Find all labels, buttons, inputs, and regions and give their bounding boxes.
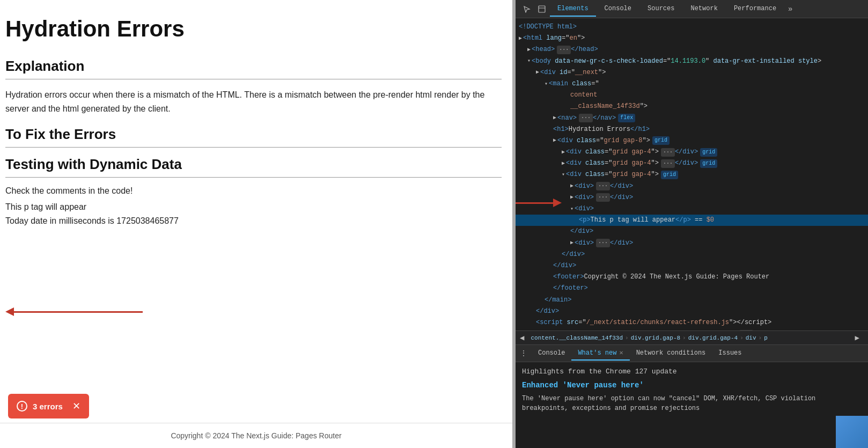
html-line-grid1: ▶<div class="grid gap-8">grid: [516, 135, 868, 146]
console-content-area: Highlights from the Chrome 127 update En…: [516, 362, 868, 448]
error-bar-close-button[interactable]: ✕: [72, 400, 80, 412]
html-line-p-selected[interactable]: <p>This p tag will appear</p> == $0: [516, 215, 868, 226]
bottom-tab-console[interactable]: Console: [532, 347, 571, 361]
bottom-tabs-bar: ⋮ Console What's new ✕ Network condition…: [516, 345, 868, 362]
testing-heading: Testing with Dynamic Data: [5, 156, 502, 178]
tab-console[interactable]: Console: [597, 2, 639, 17]
html-line-div2: ▶<div>···</div>: [516, 192, 868, 203]
html-line-div1: ▶<div>···</div>: [516, 181, 868, 192]
html-line-html: ▶<html lang="en">: [516, 33, 868, 44]
bottom-tab-network-conditions[interactable]: Network conditions: [630, 347, 712, 361]
whats-new-description: The 'Never pause here' option can now "c…: [522, 394, 862, 413]
html-line-close-div2: </div>: [516, 249, 868, 260]
svg-rect-0: [539, 6, 545, 12]
html-line-main-content: content: [516, 90, 868, 101]
html-line-div-next: ▶<div id="__next">: [516, 67, 868, 78]
html-line-script1: <script src="/_next/static/chunks/react-…: [516, 317, 868, 328]
breadcrumb-item-5[interactable]: p: [764, 335, 768, 341]
breadcrumb-bar: ◀ content.__className_14f33d › div.grid.…: [516, 331, 868, 345]
footer-text: Copyright © 2024 The Next.js Guide: Page…: [171, 431, 341, 440]
page-title: Hydration Errors: [5, 16, 502, 42]
html-line-head: ▶<head>···</head>: [516, 44, 868, 55]
date-line-text: Today date in milliseconds is 1725038465…: [5, 216, 502, 226]
tab-sources[interactable]: Sources: [640, 2, 682, 17]
elements-panel: <!DOCTYPE html> ▶<html lang="en"> ▶<head…: [516, 18, 868, 331]
tab-elements[interactable]: Elements: [550, 2, 596, 17]
html-line-close-main: </main>: [516, 295, 868, 306]
error-exclaim-icon: !: [21, 402, 23, 410]
check-comments-text: Check the comments in the code!: [5, 186, 502, 196]
color-swatch: [836, 416, 868, 448]
breadcrumb-item-2[interactable]: div.grid.gap-8: [631, 335, 680, 341]
webpage-content: Hydration Errors Explanation Hydration e…: [0, 0, 512, 448]
page-footer: Copyright © 2024 The Next.js Guide: Page…: [0, 423, 512, 448]
html-line-body: ▾<body data-new-gr-c-s-check-loaded="14.…: [516, 56, 868, 67]
html-line-div4: ▶<div>···</div>: [516, 238, 868, 249]
html-line-nav: ▶<nav>···</nav>flex: [516, 113, 868, 124]
tab-performance[interactable]: Performance: [726, 2, 784, 17]
error-bar[interactable]: ! 3 errors ✕: [8, 394, 89, 418]
bottom-tab-issues[interactable]: Issues: [712, 347, 748, 361]
html-line-grid2: ▶<div class="grid gap-4">···</div>grid: [516, 146, 868, 158]
breadcrumb-right-arrow[interactable]: ▶: [855, 333, 859, 342]
breadcrumb-item-3[interactable]: div.grid.gap-4: [688, 335, 738, 341]
html-line-footer: <footer>Copyright © 2024 The Next.js Gui…: [516, 271, 868, 283]
devtools-toolbar: Elements Console Sources Network Perform…: [516, 0, 868, 18]
html-line-close-footer: </footer>: [516, 283, 868, 294]
whats-new-label: What's new: [578, 349, 616, 357]
inspect-icon-button[interactable]: [535, 2, 549, 16]
error-count-label: 3 errors: [33, 402, 63, 411]
html-line-h1: <h1>Hydration Errors</h1>: [516, 124, 868, 135]
fix-errors-heading: To Fix the Errors: [5, 126, 502, 148]
html-line-close-div: </div>: [516, 226, 868, 237]
bottom-tab-whats-new[interactable]: What's new ✕: [571, 346, 629, 361]
cursor-icon-button[interactable]: [520, 2, 534, 16]
explanation-text: Hydration errors occur when there is a m…: [5, 88, 502, 115]
html-line-grid3: ▶<div class="grid gap-4">···</div>grid: [516, 158, 868, 169]
explanation-heading: Explanation: [5, 58, 502, 79]
tab-network[interactable]: Network: [683, 2, 725, 17]
html-line-doctype: <!DOCTYPE html>: [516, 21, 868, 33]
breadcrumb-item-4[interactable]: div: [746, 335, 756, 341]
page-content-area: Hydration Errors Explanation Hydration e…: [0, 0, 512, 423]
breadcrumb-item-1[interactable]: content.__className_14f33d: [531, 335, 623, 341]
whats-new-title[interactable]: Enhanced 'Never pause here': [522, 381, 862, 390]
highlights-title: Highlights from the Chrome 127 update: [522, 368, 862, 376]
more-tabs-button[interactable]: »: [785, 3, 796, 16]
nav-icon[interactable]: ◀: [520, 333, 524, 342]
error-icon: !: [17, 401, 27, 412]
devtools-panel: Elements Console Sources Network Perform…: [516, 0, 868, 448]
html-line-main: ▾<main class=": [516, 78, 868, 90]
html-line-close-div3: </div>: [516, 260, 868, 271]
whats-new-close-button[interactable]: ✕: [619, 349, 623, 357]
console-more-options-icon[interactable]: ⋮: [520, 349, 527, 358]
html-line-div3: ▾<div>: [516, 203, 868, 215]
html-line-close-div4: </div>: [516, 306, 868, 317]
p-tag-appear-text: This p tag will appear: [5, 202, 502, 212]
html-line-main-classname: __className_14f33d">: [516, 101, 868, 112]
html-line-grid4: ▾<div class="grid gap-4">grid: [516, 169, 868, 180]
